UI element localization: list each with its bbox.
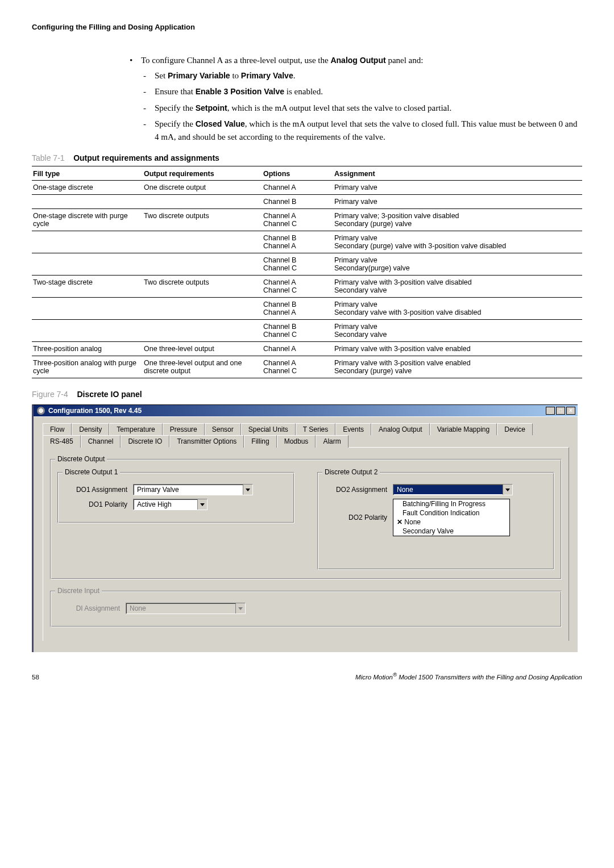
intro-sub-item: Specify the Setpoint, which is the mA ou…	[141, 102, 582, 115]
do1-assignment-combo[interactable]: Primary Valve	[133, 484, 253, 495]
do2-assignment-combo[interactable]: None	[393, 484, 513, 495]
table-caption-label: Table 7-1	[32, 153, 65, 162]
minimize-button[interactable]: _	[546, 407, 555, 415]
table-row: Three-position analogOne three-level out…	[32, 342, 582, 356]
do2-dropdown-list[interactable]: Batching/Filling In Progress Fault Condi…	[393, 499, 510, 536]
group-discrete-output-1: Discrete Output 1 DO1 Assignment Primary…	[57, 472, 294, 523]
legend-discrete-input: Discrete Input	[55, 587, 102, 595]
footer-product-pre: Micro Motion	[355, 674, 393, 681]
intro-lead: To configure Channel A as a three-level …	[141, 56, 330, 65]
tab-device[interactable]: Device	[497, 423, 533, 435]
tab-filling[interactable]: Filling	[244, 435, 276, 448]
intro-lead-tail: panel and:	[386, 56, 424, 65]
do1-polarity-value: Active High	[134, 500, 197, 509]
th-fill-type: Fill type	[32, 166, 143, 181]
chevron-down-icon[interactable]	[503, 485, 512, 495]
di-assignment-value: None	[126, 604, 235, 613]
figure-caption-title: Discrete IO panel	[77, 390, 142, 399]
legend-discrete-output-1: Discrete Output 1	[63, 468, 120, 476]
intro-sub-item: Specify the Closed Value, which is the m…	[141, 118, 582, 143]
table-row: Three-position analog with purge cycleOn…	[32, 356, 582, 378]
do1-assignment-label: DO1 Assignment	[65, 486, 127, 494]
requirements-table: Fill type Output requirements Options As…	[32, 166, 582, 378]
tab-panel-discrete-io: Discrete Output Discrete Output 1 DO1 As…	[43, 447, 569, 641]
legend-discrete-output-2: Discrete Output 2	[322, 468, 380, 476]
do1-polarity-combo[interactable]: Active High	[133, 499, 208, 510]
tab-temperature[interactable]: Temperature	[109, 423, 162, 435]
footer-product: Micro Motion® Model 1500 Transmitters wi…	[355, 671, 582, 681]
tab-special-units[interactable]: Special Units	[241, 423, 296, 435]
footer-product-post: Model 1500 Transmitters with the Filling…	[397, 674, 582, 681]
config-window: Configuration 1500, Rev 4.45 _ □ × FlowD…	[32, 404, 578, 652]
tab-alarm[interactable]: Alarm	[316, 435, 348, 448]
dropdown-option[interactable]: Fault Condition Indication	[393, 508, 509, 518]
th-output-req: Output requirements	[143, 166, 262, 181]
table-caption: Table 7-1 Output requirements and assign…	[32, 153, 582, 162]
do2-assignment-value: None	[393, 485, 503, 494]
do2-assignment-label: DO2 Assignment	[325, 486, 387, 494]
table-row: Channel BChannel CPrimary valveSecondary…	[32, 320, 582, 342]
registered-icon: ®	[393, 671, 397, 678]
body-text: To configure Channel A as a three-level …	[127, 54, 582, 143]
di-assignment-label: DI Assignment	[57, 604, 120, 612]
gear-icon	[37, 407, 45, 415]
chevron-down-icon	[235, 603, 245, 614]
figure-caption: Figure 7-4 Discrete IO panel	[32, 390, 582, 399]
tab-variable-mapping[interactable]: Variable Mapping	[430, 423, 497, 435]
tab-discrete-io[interactable]: Discrete IO	[121, 435, 169, 448]
tab-density[interactable]: Density	[72, 423, 109, 435]
tab-modbus[interactable]: Modbus	[277, 435, 316, 448]
chevron-down-icon[interactable]	[243, 485, 252, 495]
tab-t-series[interactable]: T Series	[296, 423, 335, 435]
do1-assignment-value: Primary Valve	[134, 485, 243, 494]
chevron-down-icon[interactable]	[197, 499, 207, 510]
do2-polarity-label: DO2 Polarity	[325, 514, 387, 521]
dropdown-option[interactable]: ✕ None	[393, 518, 509, 527]
table-caption-title: Output requirements and assignments	[73, 153, 219, 162]
intro-lead-bold: Analog Output	[330, 56, 385, 65]
tab-channel[interactable]: Channel	[81, 435, 121, 448]
tab-rs-485[interactable]: RS-485	[43, 435, 81, 448]
tab-flow[interactable]: Flow	[43, 423, 72, 435]
window-titlebar[interactable]: Configuration 1500, Rev 4.45 _ □ ×	[34, 405, 578, 416]
table-row: Two-stage discreteTwo discrete outputsCh…	[32, 276, 582, 298]
table-row: Channel BPrimary valve	[32, 195, 582, 209]
group-discrete-output-2: Discrete Output 2 DO2 Assignment None	[317, 472, 554, 570]
page-number: 58	[32, 674, 39, 681]
tab-sensor[interactable]: Sensor	[205, 423, 241, 435]
intro-sub-item: Ensure that Enable 3 Position Valve is e…	[141, 85, 582, 98]
tab-analog-output[interactable]: Analog Output	[371, 423, 430, 435]
tab-events[interactable]: Events	[335, 423, 371, 435]
intro-sub-item: Set Primary Variable to Primary Valve.	[141, 69, 582, 82]
group-discrete-input: Discrete Input DI Assignment None	[50, 591, 562, 627]
table-row: Channel BChannel APrimary valveSecondary…	[32, 231, 582, 253]
di-assignment-combo: None	[126, 603, 246, 614]
dropdown-option[interactable]: Batching/Filling In Progress	[393, 499, 509, 508]
tab-pressure[interactable]: Pressure	[163, 423, 205, 435]
dropdown-option[interactable]: Secondary Valve	[393, 527, 509, 536]
th-options: Options	[262, 166, 333, 181]
table-row: One-stage discreteOne discrete outputCha…	[32, 181, 582, 195]
section-heading: Configuring the Filling and Dosing Appli…	[32, 23, 582, 31]
close-button[interactable]: ×	[566, 407, 575, 415]
table-row: Channel BChannel APrimary valveSecondary…	[32, 298, 582, 320]
tab-transmitter-options[interactable]: Transmitter Options	[169, 435, 244, 448]
maximize-button[interactable]: □	[556, 407, 565, 415]
do1-polarity-label: DO1 Polarity	[65, 500, 127, 508]
window-title: Configuration 1500, Rev 4.45	[48, 407, 142, 415]
table-row: Channel BChannel CPrimary valveSecondary…	[32, 253, 582, 276]
legend-discrete-output: Discrete Output	[55, 455, 107, 463]
table-row: One-stage discrete with purge cycleTwo d…	[32, 209, 582, 231]
figure-caption-label: Figure 7-4	[32, 390, 68, 399]
group-discrete-output: Discrete Output Discrete Output 1 DO1 As…	[50, 459, 562, 579]
th-assignment: Assignment	[333, 166, 582, 181]
